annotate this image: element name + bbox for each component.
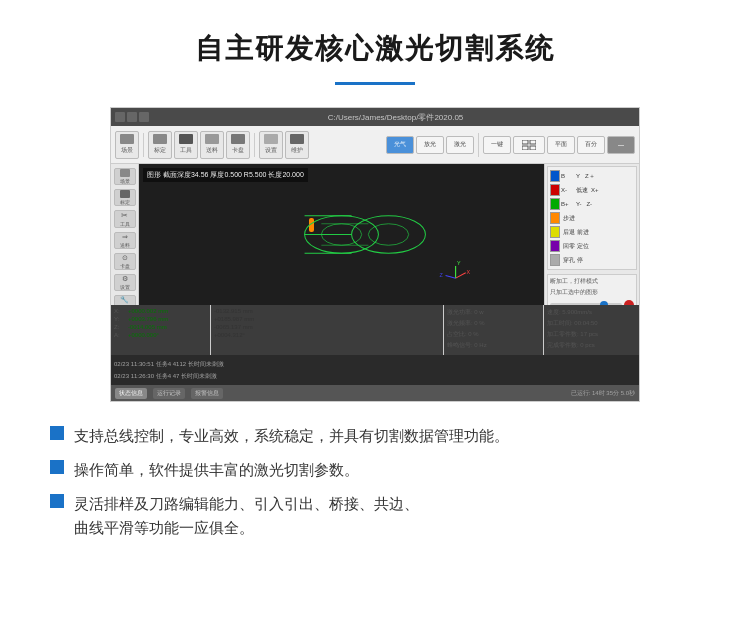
sw-btn-expand[interactable]: 平面 [547, 136, 575, 154]
sw-toolbar-btn-7[interactable]: 维护 [285, 131, 309, 159]
software-screenshot: C:/Users/James/Desktop/零件2020.05 场景 标定 工… [110, 107, 640, 402]
toolbar-icon-3 [179, 134, 193, 144]
toolbar-sep-3 [478, 133, 479, 157]
sw-btn-percent[interactable]: 百分 [577, 136, 605, 154]
speed-slider[interactable] [550, 303, 622, 305]
feature-item-2: 操作简单，软件提供丰富的激光切割参数。 [50, 458, 700, 482]
sw-toolbar-btn-6[interactable]: 设置 [259, 131, 283, 159]
sw-toolbar-btn-2[interactable]: 标定 [148, 131, 172, 159]
sw-color-gray [550, 254, 560, 266]
sw-log-area: 02/23 11:30:51 任务4 4112 长时间未刺激 02/23 11:… [111, 355, 639, 385]
svg-point-5 [352, 216, 426, 254]
sw-titlebar-text: C:/Users/James/Desktop/零件2020.05 [156, 112, 635, 123]
sw-bottom-status-text: 已运行: 14时 35分 5.0秒 [571, 389, 635, 398]
sw-btn-light[interactable]: 光气 [386, 136, 414, 154]
sw-status-right: 速度: 5.900mm/s 加工时间: 00:04:50 加工零件数: 17 p… [544, 305, 639, 355]
sw-status-power: 激光功率: 0 w 激光频率: 0 % 占空比: 0 % 蜂鸣信号: 0 Hz [444, 305, 544, 355]
sw-color-orange [550, 212, 560, 224]
toolbar-sep-2 [254, 133, 255, 157]
toolbar-icon-1 [120, 134, 134, 144]
sw-tab-alarm[interactable]: 报警信息 [191, 388, 223, 399]
sw-left-btn-calib[interactable]: 标定 [114, 189, 136, 206]
sw-left-btn-maintain[interactable]: 🔧 维护 [114, 295, 136, 305]
svg-rect-3 [530, 146, 536, 150]
sw-right-panel: B Y Z＋ X- 低速 X+ B+ Y [544, 164, 639, 305]
sw-left-btn-tool[interactable]: ✂ 工具 [114, 210, 136, 228]
svg-rect-1 [530, 140, 536, 144]
svg-text:Z: Z [440, 272, 444, 278]
toolbar-icon-7 [290, 134, 304, 144]
toolbar-icon-2 [153, 134, 167, 144]
sw-status-coords: X:+0000.002 mm Y:+0003.796 mm Z:-0014.00… [111, 305, 211, 355]
sw-btn-grid[interactable] [513, 136, 545, 154]
toolbar-icon-4 [205, 134, 219, 144]
sw-toolbar-btn-4[interactable]: 送料 [200, 131, 224, 159]
sw-toolbar-btn-1[interactable]: 场景 [115, 131, 139, 159]
sw-tab-status[interactable]: 状态信息 [115, 388, 147, 399]
svg-point-10 [368, 224, 408, 245]
sw-color-bp [550, 198, 560, 210]
svg-rect-2 [522, 146, 528, 150]
sw-axis-row-x: X- 低速 X+ [550, 183, 634, 197]
sw-log-row-2: 02/23 11:26:30 任务4 47 长时间未刺激 [114, 372, 636, 381]
sw-btn-view1[interactable]: 一键 [483, 136, 511, 154]
sw-axis-row-bp: B+ Y- Z- [550, 197, 634, 211]
sw-btn-emit[interactable]: 放光 [416, 136, 444, 154]
toolbar-sep-1 [143, 133, 144, 157]
sw-status-mid: -0132.915 mm +0185.987 mm -0065.137 mm +… [211, 305, 444, 355]
feature-bullet-2 [50, 460, 64, 474]
svg-line-13 [456, 273, 466, 278]
page-container: 自主研发核心激光切割系统 C:/Users/James/Desktop/零件20… [0, 0, 750, 620]
sw-log-row-1: 02/23 11:30:51 任务4 4112 长时间未刺激 [114, 360, 636, 369]
sw-left-btn-feed[interactable]: ⇒ 送料 [114, 232, 136, 249]
feature-list: 支持总线控制，专业高效，系统稳定，并具有切割数据管理功能。 操作简单，软件提供丰… [40, 424, 710, 540]
sw-btn-laser[interactable]: 激光 [446, 136, 474, 154]
sw-axis-row-yellow: 后退 前进 [550, 225, 634, 239]
page-title: 自主研发核心激光切割系统 [195, 30, 555, 68]
sw-close-icon [139, 112, 149, 122]
sw-axis-row-purple: 回零 定位 [550, 239, 634, 253]
sw-toolbar-btn-3[interactable]: 工具 [174, 131, 198, 159]
feature-bullet-1 [50, 426, 64, 440]
sw-left-btn-settings[interactable]: ⚙ 设置 [114, 274, 136, 291]
svg-text:X: X [466, 269, 470, 275]
sw-titlebar-icons [115, 112, 149, 122]
sw-minimize-icon [115, 112, 125, 122]
sw-toolbar: 场景 标定 工具 送料 卡盘 [111, 126, 639, 164]
feature-item-1: 支持总线控制，专业高效，系统稳定，并具有切割数据管理功能。 [50, 424, 700, 448]
sw-main: 场景 标定 ✂ 工具 ⇒ 送料 ⊙ [111, 164, 639, 305]
svg-line-15 [446, 275, 456, 278]
sw-left-btn-scene[interactable]: 场景 [114, 168, 136, 185]
feature-text-2: 操作简单，软件提供丰富的激光切割参数。 [74, 458, 359, 482]
feature-bullet-3 [50, 494, 64, 508]
sw-color-purple [550, 240, 560, 252]
svg-text:Y: Y [457, 260, 461, 266]
sw-canvas: 图形 截面深度34.56 厚度0.500 R5.500 长度20.000 [139, 164, 544, 305]
feature-item-3: 灵活排样及刀路编辑能力、引入引出、桥接、共边、曲线平滑等功能一应俱全。 [50, 492, 700, 540]
sw-bottom-bar: 状态信息 运行记录 报警信息 已运行: 14时 35分 5.0秒 [111, 385, 639, 401]
sw-axis-row-gray: 穿孔 停 [550, 253, 634, 267]
sw-3d-object-svg: X Y Z [139, 164, 544, 305]
sw-color-x [550, 184, 560, 196]
toolbar-icon-5 [231, 134, 245, 144]
svg-rect-0 [522, 140, 528, 144]
feature-text-1: 支持总线控制，专业高效，系统稳定，并具有切割数据管理功能。 [74, 424, 509, 448]
sw-tab-log[interactable]: 运行记录 [153, 388, 185, 399]
title-underline [335, 82, 415, 85]
sw-axis-row-b: B Y Z＋ [550, 169, 634, 183]
sw-left-btn-chuck[interactable]: ⊙ 卡盘 [114, 253, 136, 270]
toolbar-icon-6 [264, 134, 278, 144]
feature-text-3: 灵活排样及刀路编辑能力、引入引出、桥接、共边、曲线平滑等功能一应俱全。 [74, 492, 419, 540]
sw-color-b [550, 170, 560, 182]
sw-toolbar-btn-5[interactable]: 卡盘 [226, 131, 250, 159]
sw-axis-row-orange: 步进 [550, 211, 634, 225]
sw-color-yellow [550, 226, 560, 238]
sw-status-top: X:+0000.002 mm Y:+0003.796 mm Z:-0014.00… [111, 305, 639, 355]
sw-maximize-icon [127, 112, 137, 122]
sw-left-panel: 场景 标定 ✂ 工具 ⇒ 送料 ⊙ [111, 164, 139, 305]
sw-btn-minus[interactable]: — [607, 136, 635, 154]
sw-titlebar: C:/Users/James/Desktop/零件2020.05 [111, 108, 639, 126]
